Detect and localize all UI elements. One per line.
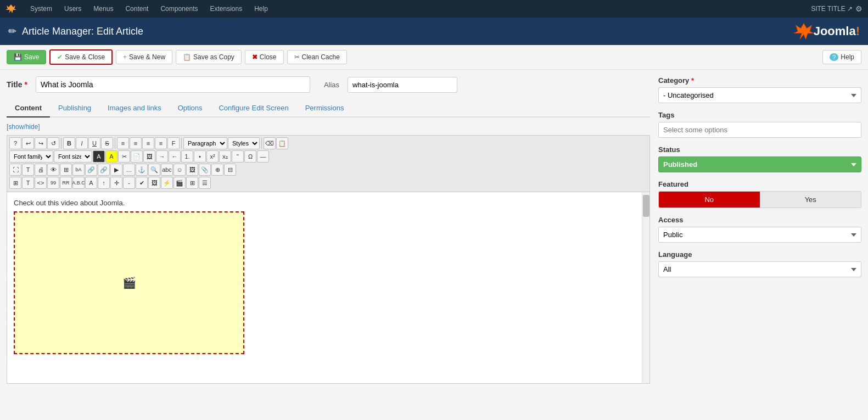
tags-input[interactable] [658, 122, 861, 138]
etb-align-center[interactable]: ≡ [130, 137, 142, 149]
etb-ok[interactable]: ✔ [136, 177, 148, 189]
etb-special[interactable]: Ω [244, 150, 256, 163]
status-select[interactable]: Published Unpublished Trashed [658, 156, 861, 172]
save-new-button[interactable]: + Save & New [116, 50, 172, 64]
tab-images-links[interactable]: Images and links [99, 99, 170, 117]
site-title[interactable]: SITE TITLE ↗ ⚙ [811, 4, 863, 13]
etb-spell[interactable]: abc [161, 164, 173, 176]
scroll-thumb[interactable] [643, 195, 649, 217]
etb-indent[interactable]: → [156, 150, 168, 163]
tab-publishing[interactable]: Publishing [50, 99, 99, 117]
etb-print[interactable]: 🖨 [35, 164, 47, 176]
etb-minus[interactable]: - [123, 177, 135, 189]
etb-ol[interactable]: 1. [181, 150, 193, 163]
editor-body[interactable]: Check out this video about Joomla. 🎬 [7, 192, 642, 383]
save-copy-button[interactable]: 📋 Save as Copy [176, 50, 242, 64]
etb-A[interactable]: A [85, 177, 97, 189]
etb-hr[interactable]: — [257, 150, 269, 163]
etb-num[interactable]: 99 [47, 177, 59, 189]
help-button[interactable]: ? Help [822, 50, 861, 64]
etb-unlink[interactable]: 🔗 [98, 164, 110, 176]
etb-template[interactable]: ⊕ [211, 164, 223, 176]
etb-table[interactable]: ⊞ [60, 164, 72, 176]
featured-yes-button[interactable]: Yes [760, 192, 861, 208]
etb-styles-select[interactable]: Styles [228, 137, 260, 149]
etb-bg-color[interactable]: A [105, 150, 117, 163]
etb-fullscreen[interactable]: ⛶ [9, 164, 21, 176]
etb-media[interactable]: ▶ [110, 164, 122, 176]
alias-input[interactable] [348, 77, 457, 93]
etb-rere[interactable]: RR [60, 177, 72, 189]
save-button[interactable]: 💾 Save [7, 50, 46, 64]
nav-users[interactable]: Users [59, 2, 87, 16]
etb-undo[interactable]: ↩ [22, 137, 34, 149]
etb-cut[interactable]: ✂ [118, 150, 130, 163]
etb-font[interactable]: F [167, 137, 180, 149]
tab-permissions[interactable]: Permissions [297, 99, 352, 117]
etb-img2[interactable]: 🖼 [148, 177, 160, 189]
etb-paragraph-select[interactable]: Paragraph [183, 137, 227, 149]
etb-search-replace[interactable]: 🔍 [148, 164, 160, 176]
language-select[interactable]: All [658, 261, 861, 277]
etb-paste[interactable]: 📋 [276, 137, 288, 149]
title-input[interactable] [36, 76, 310, 93]
etb-align-left[interactable]: ≡ [117, 137, 129, 149]
close-button[interactable]: ✖ Close [245, 50, 284, 64]
nav-help[interactable]: Help [249, 2, 273, 16]
etb-strikethrough[interactable]: S [101, 137, 113, 149]
etb-font-size[interactable]: Font size [54, 150, 92, 163]
tab-options[interactable]: Options [170, 99, 211, 117]
etb-pagebreak[interactable]: ⊟ [224, 164, 236, 176]
etb-help[interactable]: ? [9, 137, 21, 149]
editor-content-area[interactable]: Check out this video about Joomla. 🎬 [7, 192, 650, 384]
etb-align-justify[interactable]: ≡ [155, 137, 167, 149]
etb-font-color[interactable]: A [93, 150, 105, 163]
nav-extensions[interactable]: Extensions [204, 2, 248, 16]
etb-ba[interactable]: bA [72, 164, 85, 176]
etb-arrow[interactable]: ↑ [98, 177, 110, 189]
etb-more[interactable]: … [123, 164, 135, 176]
etb-emotions[interactable]: ☺ [173, 164, 186, 176]
clean-cache-button[interactable]: ✂ Clean Cache [287, 50, 347, 64]
etb-t2[interactable]: T [22, 177, 34, 189]
etb-outdent[interactable]: ← [169, 150, 181, 163]
etb-ul[interactable]: • [194, 150, 206, 163]
tab-configure-edit[interactable]: Configure Edit Screen [210, 99, 296, 117]
etb-insert-img[interactable]: 🖼 [186, 164, 198, 176]
nav-content[interactable]: Content [120, 2, 154, 16]
etb-copy2[interactable]: 📄 [131, 150, 143, 163]
etb-film[interactable]: 🎬 [173, 177, 186, 189]
etb-underline[interactable]: U [88, 137, 100, 149]
etb-img[interactable]: 🖼 [143, 150, 155, 163]
etb-T[interactable]: T [22, 164, 34, 176]
etb-link[interactable]: 🔗 [85, 164, 97, 176]
nav-menus[interactable]: Menus [88, 2, 119, 16]
show-hide-toggle[interactable]: [show/hide] [7, 123, 650, 131]
etb-sup[interactable]: x² [206, 150, 219, 163]
tab-content[interactable]: Content [7, 99, 50, 117]
etb-extras[interactable]: ☰ [199, 177, 211, 189]
etb-preview[interactable]: 👁 [47, 164, 59, 176]
etb-eraser[interactable]: ⌫ [264, 137, 276, 149]
etb-plug[interactable]: ⚡ [161, 177, 173, 189]
etb-insert-file[interactable]: 📎 [199, 164, 211, 176]
etb-blockquote[interactable]: " [232, 150, 244, 163]
editor-scrollbar[interactable] [642, 192, 649, 383]
etb-bold[interactable]: B [63, 137, 75, 149]
etb-sub[interactable]: x₂ [219, 150, 231, 163]
nav-components[interactable]: Components [155, 2, 203, 16]
featured-no-button[interactable]: No [659, 192, 760, 208]
etb-refresh[interactable]: ↺ [47, 137, 59, 149]
access-select[interactable]: Public Registered Special [658, 227, 861, 243]
etb-anchor[interactable]: ⚓ [136, 164, 148, 176]
etb-redo[interactable]: ↪ [35, 137, 47, 149]
etb-cursor[interactable]: ✛ [110, 177, 122, 189]
etb-font-family[interactable]: Font family [9, 150, 53, 163]
etb-italic[interactable]: I [76, 137, 88, 149]
etb-grid[interactable]: ⊞ [9, 177, 21, 189]
etb-abc[interactable]: A.B.C [72, 177, 85, 189]
settings-icon[interactable]: ⚙ [855, 4, 863, 13]
category-select[interactable]: - Uncategorised [658, 87, 861, 103]
etb-align-right[interactable]: ≡ [142, 137, 154, 149]
save-close-button[interactable]: ✔ Save & Close [49, 49, 113, 65]
